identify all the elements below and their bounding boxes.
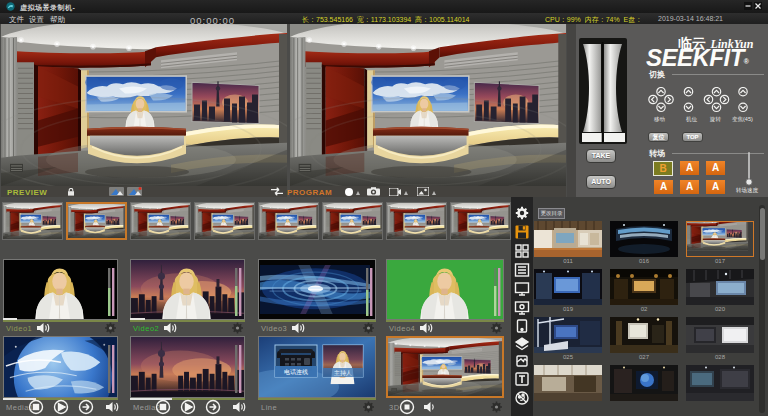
svg-text:电话连线: 电话连线 — [284, 369, 308, 376]
svg-text:主持人: 主持人 — [334, 369, 352, 377]
